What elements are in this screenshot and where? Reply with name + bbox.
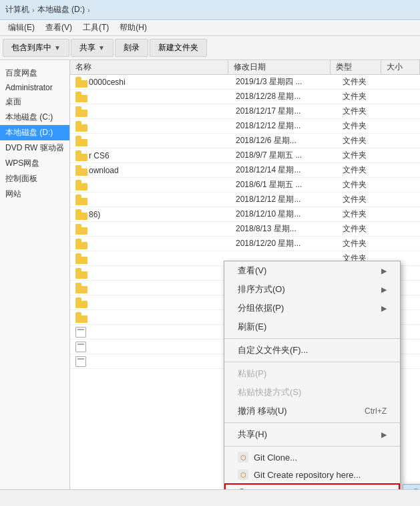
file-type: 文件夹 [343,164,396,176]
sidebar-item-dvd[interactable]: DVD RW 驱动器 [0,140,69,156]
table-row[interactable]: 2018/6/1 星期五 ... 文件夹 [70,178,420,193]
table-row[interactable]: 2018/12/6 星期... 文件夹 [70,134,420,148]
ctx-tortoise-git[interactable]: TortoiseGit ▶ ⚙ Settings ? Help [224,483,400,489]
file-type: 文件夹 [343,106,396,117]
folder-icon [75,165,86,176]
burn-button[interactable]: 刻录 [115,39,148,57]
file-date: 2018/12/6 星期... [236,135,343,146]
sidebar-item-admin[interactable]: Administrator [0,81,69,94]
git-create-icon: ⬡ [238,469,248,480]
folder-icon [75,106,86,117]
table-row[interactable]: 2018/8/13 星期... 文件夹 [70,222,420,237]
sidebar-item-c[interactable]: 本地磁盘 (C:) [0,110,69,125]
col-header-date[interactable]: 修改日期 [228,60,330,74]
ctx-group-arrow: ▶ [381,304,387,313]
menu-help[interactable]: 帮助(H) [114,21,152,35]
ctx-share-label: 共享(H) [238,428,267,440]
breadcrumb-disk: 本地磁盘 (D:) [37,4,85,15]
file-date: 2018/9/7 星期五 ... [236,150,343,161]
folder-icon [75,268,86,279]
file-type: 文件夹 [343,76,396,88]
file-type: 文件夹 [343,194,396,205]
share-button[interactable]: 共享 ▼ [71,39,114,57]
file-date: 2018/12/17 星期... [236,106,343,117]
folder-icon [75,195,86,205]
ctx-git-clone-label: Git Clone... [254,453,297,463]
table-row[interactable]: 86) 2018/12/10 星期... 文件夹 [70,207,420,222]
ctx-refresh[interactable]: 刷新(E) [224,318,400,336]
folder-icon [75,136,86,146]
ctx-git-clone[interactable]: ⬡ Git Clone... [224,449,400,466]
file-date: 2018/6/1 星期五 ... [236,179,343,191]
sidebar-item-website[interactable]: 网站 [0,186,69,202]
ctx-share[interactable]: 共享(H) ▶ [224,425,400,444]
col-header-name[interactable]: 名称 [70,60,228,74]
ctx-paste-shortcut-label: 粘贴快捷方式(S) [238,386,301,398]
folder-icon [75,224,86,235]
folder-icon [75,121,86,132]
ctx-sep-1 [224,338,400,339]
ctx-paste-shortcut: 粘贴快捷方式(S) [224,383,400,402]
ctx-git-create-label: Git Create repository here... [254,470,361,480]
ctx-git-create-inner: ⬡ Git Create repository here... [238,469,361,480]
ctx-undo[interactable]: 撤消 移动(U) Ctrl+Z [224,402,400,420]
ctx-customize[interactable]: 自定义文件夹(F)... [224,341,400,360]
sidebar-item-d[interactable]: 本地磁盘 (D:) [0,125,69,140]
toolbar: 包含到库中 ▼ 共享 ▼ 刻录 新建文件夹 [0,36,420,60]
sidebar-item-baidu[interactable]: 百度网盘 [0,66,69,81]
sidebar-item-control[interactable]: 控制面板 [0,171,69,186]
git-clone-icon: ⬡ [238,452,248,463]
ctx-view[interactable]: 查看(V) ▶ [224,261,400,280]
ctx-customize-label: 自定义文件夹(F)... [238,344,308,356]
table-row[interactable]: ownload 2018/12/14 星期... 文件夹 [70,163,420,178]
file-date: 2018/12/14 星期... [236,164,343,176]
col-header-type[interactable]: 类型 [331,60,382,74]
submenu-settings[interactable]: ⚙ Settings [403,485,420,489]
ctx-group[interactable]: 分组依据(P) ▶ [224,299,400,318]
sidebar-item-desktop[interactable]: 桌面 [0,94,69,110]
menu-edit[interactable]: 编辑(E) [3,21,40,35]
ctx-view-label: 查看(V) [238,265,266,277]
file-type: 文件夹 [343,179,396,191]
file-icon [75,356,86,367]
menu-bar: 编辑(E) 查看(V) 工具(T) 帮助(H) [0,20,420,36]
ctx-tortoise-label: TortoiseGit [252,488,294,490]
folder-icon [75,92,86,102]
status-bar [0,489,420,506]
ctx-view-arrow: ▶ [381,267,387,275]
table-row[interactable]: r CS6 2018/9/7 星期五 ... 文件夹 [70,148,420,163]
folder-icon [75,150,86,161]
burn-label: 刻录 [124,42,140,53]
new-folder-label: 新建文件夹 [158,42,198,53]
ctx-group-label: 分组依据(P) [238,302,284,314]
file-icon [75,327,86,338]
sidebar-item-wps[interactable]: WPS网盘 [0,156,69,171]
table-row[interactable]: 2018/12/12 星期... 文件夹 [70,119,420,134]
folder-icon [75,283,86,293]
menu-tools[interactable]: 工具(T) [77,21,114,35]
file-date: 2018/8/13 星期... [236,223,343,235]
table-row[interactable]: 2018/12/17 星期... 文件夹 [70,104,420,119]
folder-icon [75,239,86,249]
folder-icon [75,77,86,88]
table-row[interactable]: 0000ceshi 2019/1/3 星期四 ... 文件夹 [70,75,420,90]
ctx-git-create[interactable]: ⬡ Git Create repository here... [224,466,400,483]
settings-icon: ⚙ [411,489,420,490]
file-type: 文件夹 [343,120,396,132]
col-header-size[interactable]: 大小 [381,60,420,74]
ctx-git-clone-inner: ⬡ Git Clone... [238,452,297,463]
ctx-undo-label: 撤消 移动(U) [238,405,287,417]
include-library-button[interactable]: 包含到库中 ▼ [3,39,69,57]
breadcrumb-arrow-2: › [87,6,90,14]
table-row[interactable]: 2018/12/20 星期... 文件夹 [70,237,420,251]
table-row[interactable]: 2018/12/28 星期... 文件夹 [70,90,420,104]
new-folder-button[interactable]: 新建文件夹 [150,39,207,57]
menu-view[interactable]: 查看(V) [40,21,77,35]
file-date: 2018/12/12 星期... [236,194,343,205]
ctx-undo-shortcut: Ctrl+Z [365,406,387,416]
ctx-sort[interactable]: 排序方式(O) ▶ [224,280,400,299]
file-date: 2018/12/10 星期... [236,209,343,220]
include-library-arrow: ▼ [54,44,61,51]
table-row[interactable]: 2018/12/12 星期... 文件夹 [70,193,420,207]
sidebar: 百度网盘 Administrator 桌面 本地磁盘 (C:) 本地磁盘 (D:… [0,60,70,489]
